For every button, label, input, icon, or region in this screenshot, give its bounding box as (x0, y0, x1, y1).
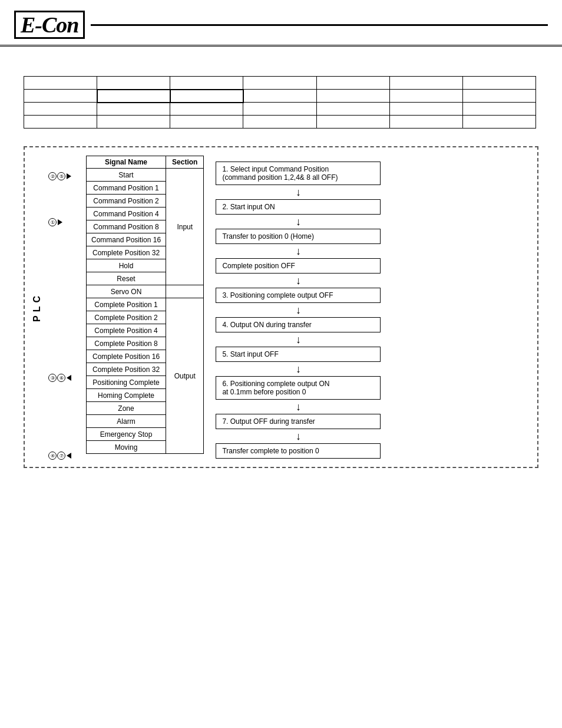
diagram-container: PLC ② ⑤ ① ③ ⑥ ④ ⑦ (24, 146, 538, 468)
signal-name-cell: Complete Position 4 (87, 324, 166, 337)
signal-name-cell: Command Position 2 (87, 195, 166, 207)
signal-name-cell: Emergency Stop (87, 428, 166, 441)
table-row (24, 116, 536, 129)
signal-name-cell: Command Position 16 (87, 233, 166, 246)
flow-arrow-5: ↓ (216, 303, 381, 317)
flow-arrow-4: ↓ (216, 274, 381, 288)
signal-name-header: Signal Name (87, 156, 166, 169)
signal-name-cell: Complete Position 32 (87, 363, 166, 376)
section-header: Section (166, 156, 204, 169)
flow-step-transfer-complete: Transfer complete to position 0 (216, 443, 381, 459)
signal-table-header-row: Signal Name Section (87, 156, 204, 169)
flow-step-4: 4. Output ON during transfer (216, 317, 381, 332)
flow-arrow-1: ↓ (216, 185, 381, 199)
flow-step-5: 5. Start input OFF (216, 347, 381, 362)
flow-arrow-7: ↓ (216, 362, 381, 376)
arrow-indicator-47: ④ ⑦ (48, 452, 71, 460)
table-row (24, 77, 536, 90)
flow-arrow-2: ↓ (216, 215, 381, 229)
arrow-indicator-1: ① (48, 218, 62, 226)
signal-name-cell: Command Position 4 (87, 207, 166, 220)
flow-step-7: 7. Output OFF during transfer (216, 414, 381, 429)
flow-step-transfer-home: Transfer to position 0 (Home) (216, 229, 381, 244)
signal-table: Signal Name Section Start Input Command … (86, 156, 204, 454)
plc-label: PLC (29, 156, 45, 459)
signal-name-cell: Complete Position 8 (87, 337, 166, 350)
signal-table-wrapper: Signal Name Section Start Input Command … (86, 156, 204, 459)
flow-step-1: 1. Select input Command Position(command… (216, 162, 381, 185)
signal-name-cell: Alarm (87, 415, 166, 428)
signal-name-cell: Start (87, 169, 166, 182)
arrow-indicator-25: ② ⑤ (48, 172, 71, 180)
flow-arrow-6: ↓ (216, 332, 381, 347)
flow-arrow-3: ↓ (216, 244, 381, 258)
flow-step-6: 6. Positioning complete output ONat 0.1m… (216, 376, 381, 400)
signal-name-cell: Zone (87, 402, 166, 415)
signal-name-cell: Complete Position 32 (87, 246, 166, 259)
signal-name-cell: Positioning Complete (87, 376, 166, 389)
flow-arrow-8: ↓ (216, 400, 381, 414)
flowchart: 1. Select input Command Position(command… (216, 156, 529, 459)
list-item: Complete Position 1 Output (87, 298, 204, 311)
logo: E-Con (14, 11, 85, 39)
top-table (24, 76, 536, 129)
signal-name-cell: Homing Complete (87, 389, 166, 402)
list-item: Servo ON (87, 285, 204, 298)
flow-step-3: 3. Positioning complete output OFF (216, 288, 381, 303)
flow-step-2: 2. Start input ON (216, 199, 381, 215)
signal-name-cell: Reset (87, 272, 166, 285)
signal-name-cell: Complete Position 1 (87, 298, 166, 311)
top-section (0, 47, 562, 140)
arrow-indicator-36: ③ ⑥ (48, 374, 71, 382)
table-row (24, 103, 536, 116)
input-section-cell: Input (166, 169, 204, 285)
signal-name-cell: Command Position 1 (87, 182, 166, 195)
flow-step-complete-off: Complete position OFF (216, 258, 381, 274)
signal-name-cell: Moving (87, 441, 166, 454)
output-section-cell: Output (166, 298, 204, 454)
signal-name-cell: Complete Position 16 (87, 350, 166, 363)
logo-text: E-Con (21, 12, 78, 37)
arrows-column: ② ⑤ ① ③ ⑥ ④ ⑦ (48, 156, 84, 459)
diagram-area: PLC ② ⑤ ① ③ ⑥ ④ ⑦ (0, 140, 562, 480)
signal-name-cell: Servo ON (87, 285, 166, 298)
table-row (24, 90, 536, 103)
header: E-Con (0, 0, 562, 47)
flow-arrow-9: ↓ (216, 429, 381, 443)
list-item: Start Input (87, 169, 204, 182)
signal-name-cell: Complete Position 2 (87, 311, 166, 324)
header-line (91, 24, 548, 26)
signal-name-cell: Command Position 8 (87, 220, 166, 233)
signal-name-cell: Hold (87, 259, 166, 272)
